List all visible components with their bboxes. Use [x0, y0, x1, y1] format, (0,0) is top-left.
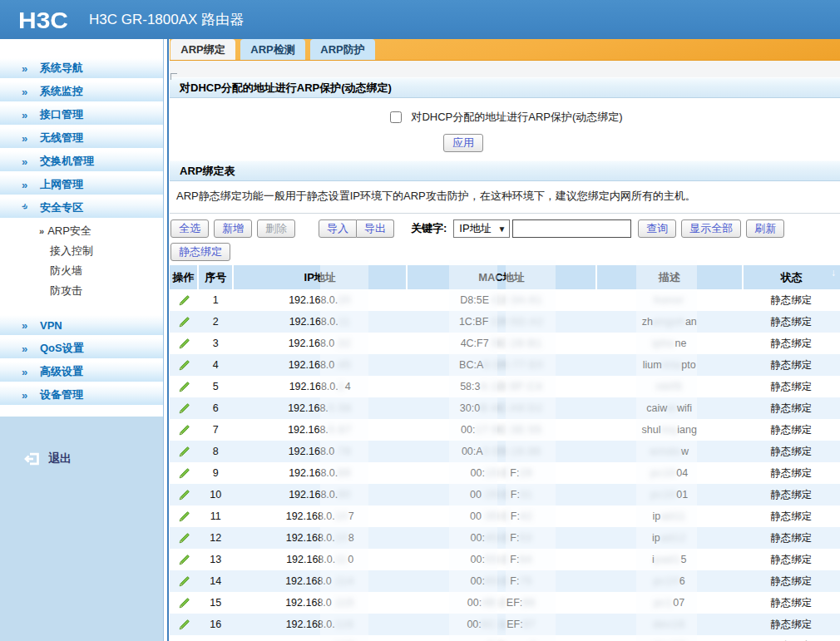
- add-button[interactable]: 新增: [214, 219, 252, 238]
- show-all-button[interactable]: 显示全部: [681, 219, 741, 238]
- tab-ARP绑定[interactable]: ARP绑定: [170, 39, 235, 60]
- status-cell: 静态绑定: [743, 484, 840, 505]
- dhcp-protect-checkbox[interactable]: [390, 111, 402, 123]
- sidebar-item-上网管理[interactable]: »上网管理: [0, 175, 163, 195]
- expand-arrow-icon: »: [22, 86, 40, 98]
- sidebar-item-系统导航[interactable]: »系统导航: [0, 58, 163, 78]
- table-row: 5192.168.0.2458:3A:1D:9F:C4nb05静态绑定: [170, 376, 840, 397]
- sidebar-subitem-防火墙[interactable]: 防火墙: [0, 261, 163, 281]
- table-row: 14192.168.0.11400:65:CF:75pc106静态绑定: [170, 570, 840, 592]
- delete-button[interactable]: 删除: [257, 219, 295, 238]
- select-all-button[interactable]: 全选: [170, 219, 209, 238]
- sidebar-item-交换机管理[interactable]: »交换机管理: [0, 151, 163, 171]
- desc-cell: pc1004: [596, 462, 743, 484]
- tab-ARP防护[interactable]: ARP防护: [310, 39, 375, 60]
- edit-icon[interactable]: [178, 532, 190, 545]
- expand-arrow-icon: »: [22, 389, 40, 402]
- static-bind-button[interactable]: 静态绑定: [170, 243, 230, 261]
- column-header-IP地址: IP地址: [233, 265, 407, 289]
- arp-table-section-title: ARP绑定表: [170, 160, 840, 181]
- row-index: 7: [198, 419, 233, 441]
- ip-cell: 192.168.0.89: [233, 462, 407, 484]
- sidebar-item-无线管理[interactable]: »无线管理: [0, 128, 163, 148]
- mac-cell: 00:4B:2EF:86: [407, 592, 596, 614]
- desc-cell: ipad12: [596, 527, 743, 549]
- edit-icon[interactable]: [178, 554, 190, 566]
- expand-arrow-icon: »: [22, 366, 40, 378]
- export-button[interactable]: 导出: [357, 219, 394, 238]
- table-row: 4192.168.0.45BC:A8:D5:77:E0liuminlapto静态…: [170, 354, 840, 376]
- sidebar-item-设备管理[interactable]: »设备管理: [0, 385, 163, 405]
- desc-cell: ipad11: [596, 505, 743, 527]
- ip-cell: 192.168.0.116: [233, 614, 407, 635]
- status-cell: 静态绑定: [743, 441, 840, 462]
- table-row: 13192.168.0.11000:55:CF:64ipad15静态绑定: [170, 549, 840, 570]
- row-index: 9: [198, 462, 233, 484]
- sidebar-item-高级设置[interactable]: »高级设置: [0, 362, 163, 382]
- sidebar-subitem-接入控制[interactable]: 接入控制: [0, 241, 163, 261]
- edit-icon[interactable]: [178, 402, 190, 415]
- top-header: H3C H3C GR-1800AX 路由器: [0, 0, 840, 39]
- edit-icon[interactable]: [178, 294, 190, 307]
- expand-arrow-icon: »: [22, 343, 40, 355]
- sidebar-subitem-防攻击[interactable]: 防攻击: [0, 281, 163, 301]
- ip-cell: 192.168.0.127: [233, 635, 407, 641]
- sidebar-item-VPN[interactable]: »VPN: [0, 315, 163, 335]
- keyword-select[interactable]: IP地址 ▼: [453, 219, 510, 238]
- table-body: 1192.168.0.20D8:5E:C2:3A:61honor静态绑定2192…: [170, 289, 840, 641]
- refresh-button[interactable]: 刷新: [746, 219, 784, 238]
- status-cell: 静态绑定: [743, 570, 840, 592]
- content-area: 对DHCP分配的地址进行ARP保护(动态绑定) 对DHCP分配的地址进行ARP保…: [170, 61, 840, 641]
- edit-icon[interactable]: [178, 619, 190, 631]
- keyword-input[interactable]: [512, 219, 631, 238]
- mac-cell: 00:15:CF:29: [407, 462, 596, 484]
- device-title: H3C GR-1800AX 路由器: [89, 10, 244, 29]
- edit-icon[interactable]: [178, 424, 190, 436]
- sidebar-item-系统监控[interactable]: »系统监控: [0, 81, 163, 101]
- sidebar-item-QoS设置[interactable]: »QoS设置: [0, 338, 163, 358]
- status-cell: 静态绑定: [743, 462, 840, 484]
- dhcp-protect-label[interactable]: 对DHCP分配的地址进行ARP保护(动态绑定): [411, 110, 622, 125]
- mac-cell: 4C:F7:5C:28:B1: [407, 333, 596, 354]
- search-button[interactable]: 查询: [638, 219, 676, 238]
- sidebar-bottom: 退出: [0, 417, 163, 641]
- desc-cell: iphone: [596, 333, 743, 354]
- edit-icon[interactable]: [178, 359, 190, 372]
- row-index: 3: [198, 333, 233, 354]
- mac-cell: 00:65:CF:75: [407, 570, 596, 592]
- edit-icon[interactable]: [178, 446, 190, 458]
- column-header-状态: 状态↓: [743, 265, 840, 289]
- table-row: 8192.168.0.7800:A3:E5:16:88window静态绑定: [170, 441, 840, 462]
- edit-icon[interactable]: [178, 510, 190, 523]
- tab-ARP检测[interactable]: ARP检测: [240, 39, 305, 60]
- logout-button[interactable]: 退出: [23, 451, 163, 466]
- sidebar-item-接口管理[interactable]: »接口管理: [0, 105, 163, 125]
- mac-cell: 00:25:CF:31: [407, 484, 596, 505]
- mac-cell: 00:17:9C:3E:55: [407, 419, 596, 441]
- edit-icon[interactable]: [178, 338, 190, 350]
- edit-icon[interactable]: [178, 316, 190, 328]
- edit-icon[interactable]: [178, 489, 190, 501]
- desc-cell: pc107: [596, 592, 743, 614]
- edit-icon[interactable]: [178, 467, 190, 480]
- table-row: 9192.168.0.8900:15:CF:29pc1004静态绑定: [170, 462, 840, 484]
- status-cell: 静态绑定: [743, 397, 840, 419]
- edit-icon[interactable]: [178, 597, 190, 609]
- row-index: 6: [198, 397, 233, 419]
- import-button[interactable]: 导入: [319, 219, 357, 238]
- edit-icon[interactable]: [178, 575, 190, 588]
- ip-cell: 192.168.0.108: [233, 527, 407, 549]
- desc-cell: zhangshan: [596, 311, 743, 333]
- row-index: 11: [198, 505, 233, 527]
- mac-cell: D8:5E:C2:3A:61: [407, 289, 596, 311]
- mac-cell: BC:A8:D5:77:E0: [407, 354, 596, 376]
- table-row: 3192.168.0.324C:F7:5C:28:B1iphone静态绑定: [170, 333, 840, 354]
- table-row: 10192.168.0.9000:25:CF:31pc1001静态绑定: [170, 484, 840, 505]
- sidebar-item-安全专区[interactable]: »安全专区: [0, 198, 163, 218]
- row-index: 2: [198, 311, 233, 333]
- edit-icon[interactable]: [178, 381, 190, 393]
- chevron-down-icon: ▼: [497, 224, 506, 234]
- sidebar-subitem-ARP安全[interactable]: »ARP安全: [0, 221, 163, 241]
- apply-button[interactable]: 应用: [443, 134, 483, 152]
- expand-arrow-icon: »: [22, 155, 40, 168]
